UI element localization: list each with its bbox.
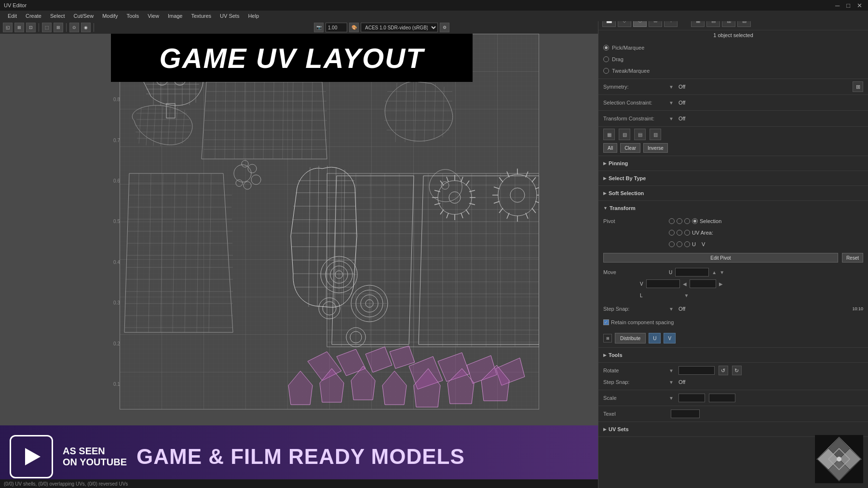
banner-top-text: GAME UV LAYOUT xyxy=(160,42,424,74)
move-l-dn[interactable]: ▼ xyxy=(684,293,689,298)
rotate-arrow[interactable]: ▼ xyxy=(669,368,674,373)
step-snap-arrow[interactable]: ▼ xyxy=(669,306,674,312)
sel-constraint-value: Off xyxy=(678,100,685,106)
xform-constraint-arrow[interactable]: ▼ xyxy=(669,116,674,121)
soft-selection-title: Soft Selection xyxy=(609,190,644,196)
pivot-radio-selection[interactable] xyxy=(692,218,698,224)
toolbar-btn-5[interactable]: ⊞ xyxy=(54,23,63,32)
zoom-input[interactable] xyxy=(326,23,347,32)
toolbar-btn-7[interactable]: ◉ xyxy=(81,23,91,32)
uv-input-radio-1[interactable] xyxy=(669,241,675,247)
symmetry-dropdown-arrow[interactable]: ▼ xyxy=(669,84,674,90)
menu-select[interactable]: Select xyxy=(46,12,69,20)
icon-grid-3[interactable]: ▤ xyxy=(634,129,646,140)
uv-sets-header[interactable]: ▶ UV Sets xyxy=(603,424,863,435)
reset-button[interactable]: Reset xyxy=(842,253,863,263)
color-space-select[interactable]: ACES 1.0 SDR-video (sRGB) xyxy=(361,23,438,32)
xform-constraint-label: Transform Constraint: xyxy=(603,116,666,121)
maximize-btn[interactable]: □ xyxy=(844,2,852,9)
toolbar-btn-2[interactable]: ⊞ xyxy=(14,23,24,32)
move-u-input[interactable]: 0.0000 xyxy=(675,268,709,277)
ruler-05: 0.5 xyxy=(0,219,120,224)
scale-input-1[interactable] xyxy=(678,394,705,402)
close-btn[interactable]: ✕ xyxy=(855,2,864,9)
pivot-radio-3[interactable] xyxy=(684,218,690,224)
ruler-01: 0.1 xyxy=(0,382,120,387)
clear-button[interactable]: Clear xyxy=(620,143,640,153)
rotate-ccw-btn[interactable]: ↺ xyxy=(719,366,728,375)
inverse-button[interactable]: Inverse xyxy=(643,143,668,153)
select-by-type-title: Select By Type xyxy=(609,175,646,181)
rotate-cw-btn[interactable]: ↻ xyxy=(732,366,742,375)
retain-spacing-checkbox[interactable]: ✓ Retain component spacing xyxy=(603,319,674,325)
menu-bar: Edit Create Select Cut/Sew Modify Tools … xyxy=(0,11,868,21)
distribute-v-button[interactable]: V xyxy=(664,333,676,343)
pinning-header[interactable]: ▶ Pinning xyxy=(603,158,863,169)
menu-uvsets[interactable]: UV Sets xyxy=(216,12,243,20)
toolbar-btn-3[interactable]: ⊡ xyxy=(26,23,36,32)
texel-section: Texel xyxy=(598,406,868,422)
window-controls[interactable]: ─ □ ✕ xyxy=(833,2,864,9)
tools-header[interactable]: ▶ Tools xyxy=(603,350,863,360)
uv-area-radio-1[interactable] xyxy=(669,230,675,236)
uv-mesh-svg xyxy=(120,34,539,409)
color-icon[interactable]: 🎨 xyxy=(349,23,359,32)
move-v-rt[interactable]: ▶ xyxy=(719,281,723,287)
menu-view[interactable]: View xyxy=(144,12,163,20)
uv-input-radio-3[interactable] xyxy=(684,241,690,247)
texel-input[interactable] xyxy=(671,409,700,418)
select-by-type-arrow: ▶ xyxy=(603,176,607,181)
move-v-lt[interactable]: ◀ xyxy=(683,281,687,287)
menu-edit[interactable]: Edit xyxy=(4,12,21,20)
toolbar-btn-1[interactable]: ◱ xyxy=(3,23,13,32)
scale-arrow[interactable]: ▼ xyxy=(669,396,674,401)
settings-icon[interactable]: ⚙ xyxy=(440,23,449,32)
all-button[interactable]: All xyxy=(603,143,617,153)
move-v-input[interactable]: 0.0000 xyxy=(646,279,680,288)
sel-constraint-arrow[interactable]: ▼ xyxy=(669,100,674,106)
scale-input-2[interactable] xyxy=(709,394,735,402)
rotate-step-snap-arrow[interactable]: ▼ xyxy=(669,380,674,385)
selected-count: 1 object selected xyxy=(598,30,868,40)
symmetry-icon-btn[interactable]: ⊞ xyxy=(853,81,863,92)
menu-textures[interactable]: Textures xyxy=(187,12,215,20)
menu-help[interactable]: Help xyxy=(244,12,263,20)
menu-tools[interactable]: Tools xyxy=(123,12,143,20)
uv-input-radio-2[interactable] xyxy=(677,241,682,247)
logo-box xyxy=(815,435,863,483)
toolbar-btn-4[interactable]: ⬚ xyxy=(42,23,52,32)
camera-icon[interactable]: 📷 xyxy=(314,23,324,32)
uv-viewport[interactable]: GAME UV LAYOUT xyxy=(0,34,598,488)
tweak-radio[interactable] xyxy=(603,68,609,74)
distribute-button[interactable]: Distribute xyxy=(615,333,646,343)
transform-header[interactable]: ▼ Transform xyxy=(603,203,863,213)
menu-create[interactable]: Create xyxy=(22,12,45,20)
move-u-dn[interactable]: ▼ xyxy=(719,270,724,275)
soft-selection-header[interactable]: ▶ Soft Selection xyxy=(603,188,863,198)
menu-image[interactable]: Image xyxy=(164,12,187,20)
icon-grid-4[interactable]: ▥ xyxy=(650,129,661,140)
menu-modify[interactable]: Modify xyxy=(98,12,122,20)
uv-area-radio-2[interactable] xyxy=(677,230,682,236)
icon-grid-1[interactable]: ▦ xyxy=(603,129,615,140)
symmetry-label: Symmetry: xyxy=(603,84,666,90)
icon-grid-2[interactable]: ▧ xyxy=(619,129,630,140)
play-button[interactable] xyxy=(10,435,53,478)
select-by-type-header[interactable]: ▶ Select By Type xyxy=(603,173,863,184)
move-val-input[interactable]: 1.0000 xyxy=(690,279,716,288)
ruler-08: 0.8 xyxy=(0,97,120,102)
pivot-radio-2[interactable] xyxy=(677,218,682,224)
minimize-btn[interactable]: ─ xyxy=(833,2,841,9)
move-u-up[interactable]: ▲ xyxy=(712,270,717,275)
uv-area-radio-3[interactable] xyxy=(684,230,690,236)
distribute-icon[interactable]: ⊞ xyxy=(603,334,612,343)
pick-radio[interactable] xyxy=(603,45,609,51)
toolbar-btn-6[interactable]: ⊙ xyxy=(69,23,79,32)
drag-radio[interactable] xyxy=(603,56,609,62)
edit-pivot-button[interactable]: Edit Pivot xyxy=(603,253,838,263)
distribute-u-button[interactable]: U xyxy=(649,333,661,343)
menu-cutsew[interactable]: Cut/Sew xyxy=(70,12,98,20)
pivot-radio-1[interactable] xyxy=(669,218,675,224)
rotate-input[interactable]: 90.0000 xyxy=(678,366,715,375)
tools-title: Tools xyxy=(609,352,623,358)
